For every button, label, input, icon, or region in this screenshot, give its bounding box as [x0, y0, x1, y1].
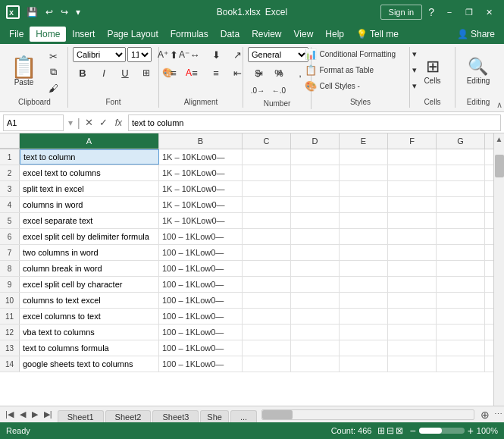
scroll-thumb-vertical[interactable] — [495, 155, 504, 177]
col-header-d[interactable]: D — [291, 133, 340, 149]
ribbon-collapse-button[interactable]: ∧ — [496, 100, 502, 110]
cell-b8[interactable]: 100 – 1KLow0— — [159, 261, 243, 276]
close-button[interactable]: ✕ — [480, 5, 498, 20]
col-header-c[interactable]: C — [243, 133, 291, 149]
row-number[interactable]: 8 — [0, 261, 20, 276]
cell-g4[interactable] — [437, 197, 485, 212]
cell-a11[interactable]: excel columns to text — [20, 309, 159, 324]
undo-button[interactable]: ↩ — [43, 5, 55, 19]
scroll-thumb-horizontal[interactable] — [262, 410, 293, 419]
editing-button[interactable]: 🔍 Editing — [464, 52, 493, 93]
cell-c5[interactable] — [243, 213, 291, 228]
row-number[interactable]: 6 — [0, 229, 20, 244]
row-number[interactable]: 10 — [0, 293, 20, 308]
cell-a13[interactable]: text to columns formula — [20, 340, 159, 356]
cell-b9[interactable]: 100 – 1KLow0— — [159, 277, 243, 292]
row-number[interactable]: 4 — [0, 197, 20, 212]
page-break-view-button[interactable]: ⊠ — [396, 425, 403, 436]
cell-g6[interactable] — [437, 229, 485, 244]
quick-access-dropdown[interactable]: ▾ — [74, 5, 83, 19]
paste-button[interactable]: 📋 Paste — [6, 47, 42, 96]
cell-d13[interactable] — [291, 340, 340, 356]
formula-cancel-button[interactable]: ✕ — [83, 117, 95, 128]
left-align-button[interactable]: ≡ — [164, 65, 183, 80]
cell-c9[interactable] — [243, 277, 291, 292]
redo-button[interactable]: ↪ — [58, 5, 70, 19]
cell-b1[interactable]: 1K – 10KLow0— — [159, 149, 243, 165]
conditional-formatting-button[interactable]: 📊 Conditional Formatting ▾ — [300, 47, 421, 61]
row-number[interactable]: 5 — [0, 213, 20, 228]
cell-f4[interactable] — [388, 197, 437, 212]
cell-a8[interactable]: column break in word — [20, 261, 159, 276]
cell-b4[interactable]: 1K – 10KLow0— — [159, 197, 243, 212]
cell-a6[interactable]: excel split cell by delimiter formula — [20, 229, 159, 244]
minimize-button[interactable]: − — [440, 5, 459, 20]
cell-g7[interactable] — [437, 245, 485, 260]
cell-f6[interactable] — [388, 229, 437, 244]
cell-e3[interactable] — [340, 181, 388, 196]
cell-f7[interactable] — [388, 245, 437, 260]
cell-e11[interactable] — [340, 309, 388, 324]
row-number[interactable]: 7 — [0, 245, 20, 260]
cell-b3[interactable]: 1K – 10KLow0— — [159, 181, 243, 196]
cell-d12[interactable] — [291, 325, 340, 340]
top-align-button[interactable]: ⬆ — [164, 47, 183, 62]
cell-g10[interactable] — [437, 293, 485, 308]
col-header-b[interactable]: B — [159, 133, 243, 149]
cell-f11[interactable] — [388, 309, 437, 324]
sheet-tab-3[interactable]: Sheet3 — [152, 410, 199, 423]
sheet-options-button[interactable]: ⋯ — [493, 409, 504, 419]
cell-e13[interactable] — [340, 340, 388, 356]
cell-a12[interactable]: vba text to columns — [20, 325, 159, 340]
cell-g3[interactable] — [437, 181, 485, 196]
cell-a4[interactable]: columns in word — [20, 197, 159, 212]
increase-decimal-button[interactable]: .0→ — [248, 83, 268, 98]
row-number[interactable]: 2 — [0, 165, 20, 180]
cell-d10[interactable] — [291, 293, 340, 308]
cell-a5[interactable]: excel separate text — [20, 213, 159, 228]
row-number[interactable]: 9 — [0, 277, 20, 292]
middle-align-button[interactable]: ↔ — [185, 47, 205, 62]
border-button[interactable]: ⊞ — [136, 65, 156, 80]
zoom-in-button[interactable]: + — [468, 425, 474, 437]
cell-f8[interactable] — [388, 261, 437, 276]
menu-page-layout[interactable]: Page Layout — [101, 27, 164, 42]
scroll-up-button[interactable]: ▲ — [496, 133, 503, 144]
cell-a10[interactable]: columns to text excel — [20, 293, 159, 308]
cell-d1[interactable] — [291, 149, 340, 165]
cell-f12[interactable] — [388, 325, 437, 340]
cell-g14[interactable] — [437, 356, 485, 372]
row-number[interactable]: 11 — [0, 309, 20, 324]
cell-a9[interactable]: excel split cell by character — [20, 277, 159, 292]
cell-c1[interactable] — [243, 149, 291, 165]
col-header-e[interactable]: E — [340, 133, 388, 149]
page-layout-view-button[interactable]: ⊟ — [387, 425, 394, 436]
center-align-button[interactable]: ≡ — [185, 65, 205, 80]
cell-d5[interactable] — [291, 213, 340, 228]
cell-d8[interactable] — [291, 261, 340, 276]
cell-g11[interactable] — [437, 309, 485, 324]
menu-help[interactable]: Help — [319, 27, 350, 42]
cell-e5[interactable] — [340, 213, 388, 228]
fx-button[interactable]: fx — [112, 118, 125, 128]
cell-a3[interactable]: split text in excel — [20, 181, 159, 196]
menu-insert[interactable]: Insert — [66, 27, 101, 42]
menu-tell-me[interactable]: 💡Tell me — [350, 27, 405, 42]
right-align-button[interactable]: ≡ — [206, 65, 226, 80]
cell-c2[interactable] — [243, 165, 291, 180]
vertical-scrollbar[interactable]: ▲ — [493, 133, 504, 406]
format-painter-button[interactable]: 🖌 — [43, 80, 63, 96]
formula-input[interactable] — [128, 114, 501, 131]
cell-a1[interactable]: text to column — [20, 149, 159, 165]
name-box-dropdown[interactable]: ▾ — [67, 118, 74, 128]
col-header-g[interactable]: G — [437, 133, 485, 149]
cell-e14[interactable] — [340, 356, 388, 372]
cell-b2[interactable]: 1K – 10KLow0— — [159, 165, 243, 180]
cell-f13[interactable] — [388, 340, 437, 356]
format-as-table-button[interactable]: 📋 Format as Table ▾ — [300, 63, 421, 77]
formula-confirm-button[interactable]: ✓ — [98, 117, 109, 128]
cell-b13[interactable]: 100 – 1KLow0— — [159, 340, 243, 356]
bottom-align-button[interactable]: ⬇ — [206, 47, 226, 62]
cell-b11[interactable]: 100 – 1KLow0— — [159, 309, 243, 324]
first-sheet-button[interactable]: |◀ — [3, 409, 16, 420]
